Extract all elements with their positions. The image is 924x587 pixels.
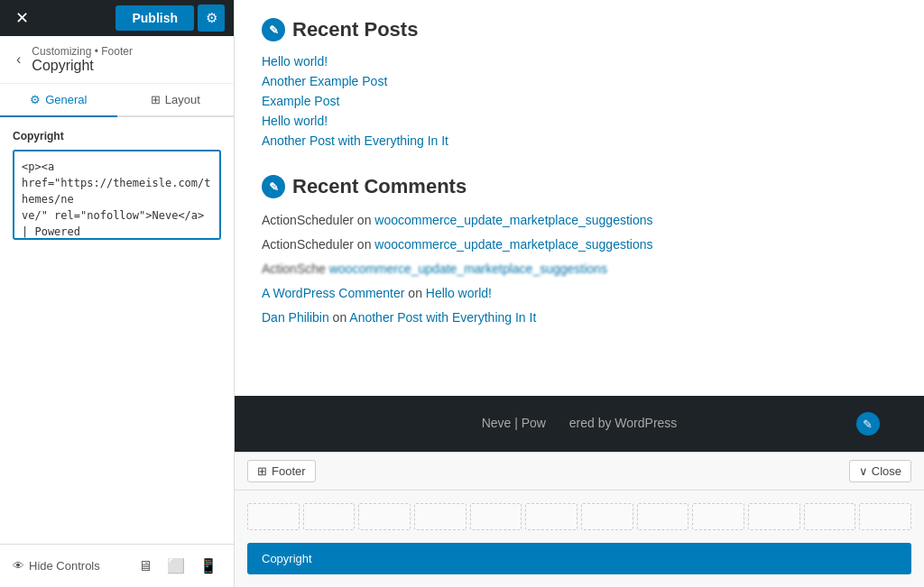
right-panel: ✎ Recent Posts Hello world! Another Exam… xyxy=(235,0,924,587)
panel-content: Copyright <p><a href="https://themeisle.… xyxy=(0,117,234,544)
comment-author-link-4[interactable]: A WordPress Commenter xyxy=(262,286,404,300)
grid-cell-2 xyxy=(303,503,356,530)
recent-posts-title: ✎ Recent Posts xyxy=(262,18,897,41)
chevron-down-icon: ∨ xyxy=(859,464,868,478)
recent-posts-edit-icon[interactable]: ✎ xyxy=(262,18,285,41)
breadcrumb-area: ‹ Customizing • Footer Copyright xyxy=(0,36,234,84)
close-label: Close xyxy=(872,464,901,478)
copyright-textarea[interactable]: <p><a href="https://themeisle.com/themes… xyxy=(13,150,221,240)
tab-general-label: General xyxy=(45,93,87,106)
comment-row-1: ActionScheduler on woocommerce_update_ma… xyxy=(262,211,897,230)
tab-general[interactable]: ⚙ General xyxy=(0,84,117,117)
grid-cell-7 xyxy=(581,503,633,530)
close-panel-button[interactable]: ∨ Close xyxy=(849,460,911,482)
breadcrumb-top: Customizing • Footer xyxy=(32,45,133,58)
post-link-5[interactable]: Another Post with Everything In It xyxy=(262,133,897,148)
footer-edit-icon[interactable]: ✎ xyxy=(856,412,880,436)
footer-tab[interactable]: ⊞ Footer xyxy=(247,460,316,482)
grid-cell-1 xyxy=(247,503,300,530)
comment-link-2[interactable]: woocommerce_update_marketplace_suggestio… xyxy=(374,237,652,252)
grid-cell-8 xyxy=(637,503,689,530)
tabs-bar: ⚙ General ⊞ Layout xyxy=(0,84,234,117)
hide-controls-label: Hide Controls xyxy=(29,559,100,573)
top-bar: ✕ Publish ⚙ xyxy=(0,0,234,36)
comment-link-4[interactable]: Hello world! xyxy=(426,286,492,300)
bottom-bar: 👁 Hide Controls 🖥 ⬜ 📱 xyxy=(0,544,234,587)
comment-author-1: ActionScheduler on xyxy=(262,213,374,227)
grid-cell-6 xyxy=(525,503,578,530)
desktop-button[interactable]: 🖥 xyxy=(134,555,156,578)
comment-on-4: on xyxy=(408,286,425,300)
mobile-button[interactable]: 📱 xyxy=(196,554,221,578)
comment-on-5: on xyxy=(333,310,350,325)
layout-icon: ⊞ xyxy=(151,93,161,106)
comment-link-5[interactable]: Another Post with Everything In It xyxy=(349,310,536,325)
breadcrumb-title: Copyright xyxy=(32,58,133,74)
comment-author-link-5[interactable]: Dan Philibin xyxy=(262,310,329,325)
grid-cell-10 xyxy=(748,503,800,530)
hide-controls-button[interactable]: 👁 Hide Controls xyxy=(13,559,100,573)
footer-text-2: ered by WordPress xyxy=(569,416,678,430)
footer-bar: Neve | Pow ✎ ered by WordPress xyxy=(235,396,924,452)
post-link-1[interactable]: Hello world! xyxy=(262,54,897,69)
breadcrumb: Customizing • Footer Copyright xyxy=(32,45,133,74)
bottom-controls: ⊞ Footer ∨ Close Copyright xyxy=(235,452,924,587)
copyright-row[interactable]: Copyright xyxy=(247,543,911,574)
footer-tab-bar: ⊞ Footer ∨ Close xyxy=(235,453,924,491)
preview-area: ✎ Recent Posts Hello world! Another Exam… xyxy=(235,0,924,396)
grid-cell-3 xyxy=(358,503,411,530)
comment-row-2: ActionScheduler on woocommerce_update_ma… xyxy=(262,235,897,254)
comment-author-2: ActionScheduler on xyxy=(262,237,374,252)
publish-area: Publish ⚙ xyxy=(116,5,225,32)
grid-cell-9 xyxy=(692,503,744,530)
post-link-2[interactable]: Another Example Post xyxy=(262,74,897,88)
tablet-button[interactable]: ⬜ xyxy=(163,554,189,578)
recent-comments-title: ✎ Recent Comments xyxy=(262,175,897,198)
copyright-label: Copyright xyxy=(13,130,221,142)
grid-cell-5 xyxy=(470,503,522,530)
post-link-3[interactable]: Example Post xyxy=(262,94,897,108)
grid-cell-12 xyxy=(859,503,911,530)
recent-comments-section: ✎ Recent Comments ActionScheduler on woo… xyxy=(262,175,897,327)
settings-button[interactable]: ⚙ xyxy=(198,5,225,32)
recent-comments-edit-icon[interactable]: ✎ xyxy=(262,175,285,198)
footer-tab-label: Footer xyxy=(272,464,306,478)
left-panel: ✕ Publish ⚙ ‹ Customizing • Footer Copyr… xyxy=(0,0,235,587)
gear-icon: ⚙ xyxy=(30,93,41,106)
close-button[interactable]: ✕ xyxy=(9,5,34,31)
comment-row-5: Dan Philibin on Another Post with Everyt… xyxy=(262,308,897,327)
footer-text: Neve | Pow xyxy=(482,416,546,430)
grid-cell-4 xyxy=(414,503,467,530)
comment-link-3[interactable]: woocommerce_update_marketplace_suggestio… xyxy=(329,261,607,276)
comment-row-4: A WordPress Commenter on Hello world! xyxy=(262,284,897,303)
comment-row-3: ActionSche woocommerce_update_marketplac… xyxy=(262,260,897,279)
back-button[interactable]: ‹ xyxy=(13,50,24,69)
comment-author-3: ActionSche xyxy=(262,261,329,276)
eye-icon: 👁 xyxy=(13,559,24,573)
post-link-4[interactable]: Hello world! xyxy=(262,114,897,128)
grid-placeholder xyxy=(235,491,924,543)
grid-cell-11 xyxy=(804,503,856,530)
tab-layout[interactable]: ⊞ Layout xyxy=(117,84,235,117)
publish-button[interactable]: Publish xyxy=(116,5,194,31)
tab-layout-label: Layout xyxy=(165,93,200,106)
recent-posts-section: ✎ Recent Posts Hello world! Another Exam… xyxy=(262,18,897,148)
footer-tab-icon: ⊞ xyxy=(257,464,267,478)
comment-link-1[interactable]: woocommerce_update_marketplace_suggestio… xyxy=(374,213,652,227)
copyright-row-label: Copyright xyxy=(262,552,312,565)
